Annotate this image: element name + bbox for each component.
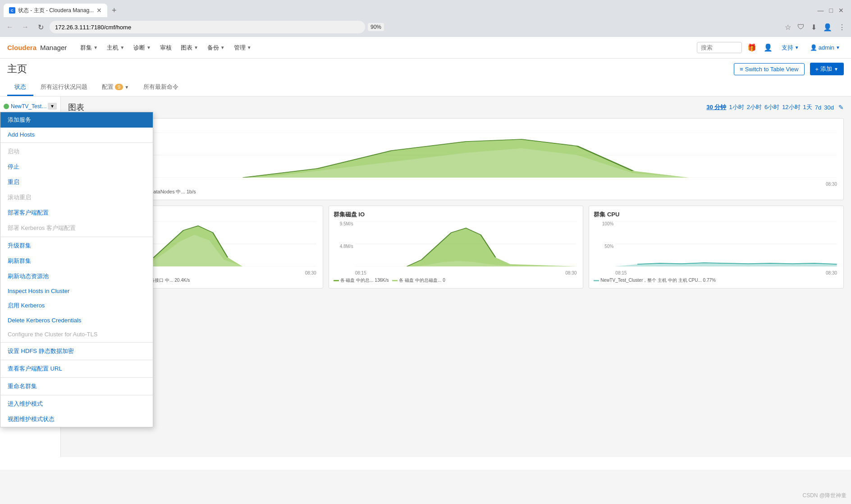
time-btn-12h[interactable]: 12小时 xyxy=(782,103,800,111)
nav-menu: 群集 ▼ 主机 ▼ 诊断 ▼ 审核 图表 ▼ 备份 ▼ xyxy=(76,37,256,59)
dropdown-item-start: 启动 xyxy=(0,144,153,159)
dropdown-item-deploy-client[interactable]: 部署客户端配置 xyxy=(0,205,153,220)
profile-icon[interactable]: 👤 xyxy=(821,21,834,33)
dropdown-item-maintenance-mode[interactable]: 进入维护模式 xyxy=(0,396,153,412)
dropdown-divider xyxy=(0,142,153,143)
page-tabs: 状态 所有运行状况问题 配置 9 ▼ 所有最新命令 xyxy=(7,79,844,96)
address-input[interactable] xyxy=(50,21,365,33)
chevron-down-icon: ▼ xyxy=(836,45,840,50)
user-icon[interactable]: 👤 xyxy=(762,41,774,54)
tab-status[interactable]: 状态 xyxy=(7,79,33,96)
plus-icon: + xyxy=(815,66,819,73)
shield-icon[interactable]: 🛡 xyxy=(796,21,806,33)
dropdown-item-rename[interactable]: 重命名群集 xyxy=(0,379,153,394)
time-btn-7d[interactable]: 7d xyxy=(815,104,821,111)
top-nav-right: 🎁 👤 支持 ▼ 👤 admin ▼ xyxy=(697,41,844,54)
chevron-down-icon: ▼ xyxy=(220,45,225,50)
hdfs-io-svg xyxy=(95,133,837,178)
chart-plot-disk xyxy=(355,221,577,266)
support-button[interactable]: 支持 ▼ xyxy=(778,42,803,54)
time-btn-2h[interactable]: 2小时 xyxy=(747,103,762,111)
chevron-down-icon: ▼ xyxy=(124,85,129,90)
chart-plot-hdfs-io xyxy=(95,133,837,178)
chart-title-hdfs-io: HDFS IO xyxy=(73,123,839,130)
nav-item-audit[interactable]: 审核 xyxy=(156,37,176,59)
chart-title-cpu: 群集 CPU xyxy=(594,211,839,219)
chevron-down-icon: ▼ xyxy=(247,45,252,50)
reload-button[interactable]: ↻ xyxy=(34,21,47,33)
nav-item-charts[interactable]: 图表 ▼ xyxy=(176,37,203,59)
gift-icon[interactable]: 🎁 xyxy=(746,41,758,54)
add-button[interactable]: + 添加 ▼ xyxy=(810,63,844,75)
chart-title-disk-io: 群集磁盘 IO xyxy=(334,211,579,219)
dropdown-divider xyxy=(0,342,153,343)
menu-icon[interactable]: ⋮ xyxy=(837,21,847,33)
main-content: NewTV_Test_Cluster ▼ 添加服务 Add Hosts 启动 停… xyxy=(0,96,851,457)
maximize-icon[interactable]: □ xyxy=(829,7,833,14)
nav-item-diag[interactable]: 诊断 ▼ xyxy=(129,37,156,59)
logo-manager: Manager xyxy=(40,44,67,51)
hdfs-io-chart-card: HDFS IO 9.5M/s 4.8M/s xyxy=(68,118,844,200)
new-tab-button[interactable]: + xyxy=(109,6,119,15)
nav-item-hosts[interactable]: 主机 ▼ xyxy=(102,37,129,59)
dropdown-item-refresh[interactable]: 刷新群集 xyxy=(0,253,153,269)
tab-health-issues[interactable]: 所有运行状况问题 xyxy=(33,79,95,96)
search-input[interactable] xyxy=(697,42,742,53)
charts-area: 图表 30 分钟 1小时 2小时 6小时 12小时 1天 7d 30d ✎ HD… xyxy=(61,96,851,457)
nav-item-cluster[interactable]: 群集 ▼ xyxy=(76,37,102,59)
y-axis-cpu: 100% 50% xyxy=(594,221,613,266)
dropdown-item-rolling-restart: 滚动重启 xyxy=(0,190,153,205)
back-button[interactable]: ← xyxy=(4,21,16,33)
page-header-actions: ≡ Switch to Table View + 添加 ▼ xyxy=(734,63,844,75)
dropdown-item-upgrade[interactable]: 升级群集 xyxy=(0,238,153,253)
time-btn-1d[interactable]: 1天 xyxy=(803,103,812,111)
download-icon[interactable]: ⬇ xyxy=(809,21,819,33)
browser-chrome: C 状态 - 主页 - Cloudera Manag... ✕ + — □ ✕ … xyxy=(0,0,851,37)
cluster-name[interactable]: NewTV_Test_Cluster xyxy=(4,103,48,110)
time-btn-30min[interactable]: 30 分钟 xyxy=(706,103,726,111)
dropdown-item-hdfs-encrypt[interactable]: 设置 HDFS 静态数据加密 xyxy=(0,344,153,359)
chart-body-cpu: 100% 50% xyxy=(594,221,839,275)
tab-config[interactable]: 配置 9 ▼ xyxy=(95,79,136,96)
zoom-badge: 90% xyxy=(368,23,384,31)
cluster-header: NewTV_Test_Cluster ▼ xyxy=(0,100,60,112)
chart-plot-cpu xyxy=(615,221,837,266)
chevron-down-icon: ▼ xyxy=(146,45,151,50)
dropdown-item-delete-kerberos[interactable]: Delete Kerberos Credentials xyxy=(0,313,153,327)
dropdown-item-add-hosts[interactable]: Add Hosts xyxy=(0,128,153,142)
dropdown-item-view-maintenance[interactable]: 视图维护模式状态 xyxy=(0,412,153,427)
table-icon: ≡ xyxy=(740,66,743,73)
dropdown-item-deploy-kerberos-client: 部署 Kerberos 客户端配置 xyxy=(0,220,153,236)
browser-tab[interactable]: C 状态 - 主页 - Cloudera Manag... ✕ xyxy=(4,4,107,17)
legend-disk-1: 各 磁盘 中的总磁盘... 0 xyxy=(392,277,445,284)
nav-item-backup[interactable]: 备份 ▼ xyxy=(203,37,229,59)
dropdown-item-enable-kerberos[interactable]: 启用 Kerberos xyxy=(0,298,153,313)
table-view-button[interactable]: ≡ Switch to Table View xyxy=(734,63,804,75)
admin-button[interactable]: 👤 admin ▼ xyxy=(806,42,844,53)
dropdown-item-refresh-pool[interactable]: 刷新动态资源池 xyxy=(0,269,153,284)
page-title: 主页 xyxy=(7,62,27,76)
bookmark-icon[interactable]: ☆ xyxy=(783,21,793,33)
page-header: 主页 ≡ Switch to Table View + 添加 ▼ 状态 所有运行… xyxy=(0,59,851,96)
dropdown-item-stop[interactable]: 停止 xyxy=(0,159,153,174)
forward-button[interactable]: → xyxy=(19,21,32,33)
chevron-down-icon: ▼ xyxy=(795,45,799,50)
time-btn-6h[interactable]: 6小时 xyxy=(764,103,779,111)
dropdown-item-restart[interactable]: 重启 xyxy=(0,174,153,190)
cluster-dropdown-button[interactable]: ▼ xyxy=(48,103,57,110)
app-container: Cloudera Manager 群集 ▼ 主机 ▼ 诊断 ▼ 审核 图表 ▼ xyxy=(0,37,851,470)
status-dot-green xyxy=(4,104,9,109)
time-btn-30d[interactable]: 30d xyxy=(824,104,834,111)
time-btn-1h[interactable]: 1小时 xyxy=(729,103,744,111)
dropdown-item-add-service[interactable]: 添加服务 xyxy=(0,112,153,128)
chart-legend: 各 DataNodes ... 2.8b/s 各 DataNodes 中... … xyxy=(73,188,839,195)
minimize-icon[interactable]: — xyxy=(818,7,824,14)
logo-cloudera: Cloudera xyxy=(7,44,37,51)
close-tab-icon[interactable]: ✕ xyxy=(96,7,102,14)
dropdown-item-view-client-config[interactable]: 查看客户端配置 URL xyxy=(0,361,153,376)
window-close-icon[interactable]: ✕ xyxy=(838,7,844,14)
nav-item-manage[interactable]: 管理 ▼ xyxy=(229,37,256,59)
tab-latest-commands[interactable]: 所有最新命令 xyxy=(136,79,186,96)
edit-icon[interactable]: ✎ xyxy=(838,104,844,111)
dropdown-item-inspect-hosts[interactable]: Inspect Hosts in Cluster xyxy=(0,284,153,298)
